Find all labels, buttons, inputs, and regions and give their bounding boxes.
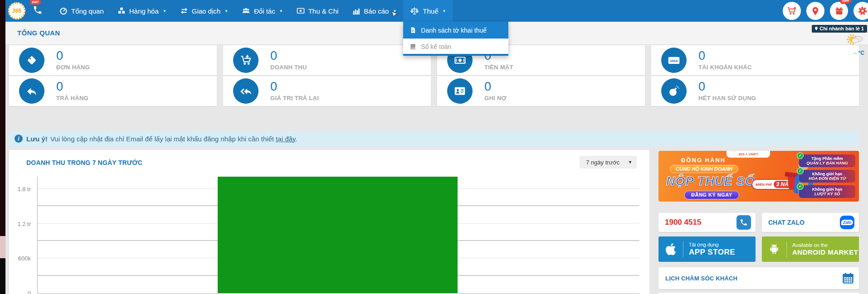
users-icon — [242, 7, 250, 15]
chevron-down-icon: ▼ — [443, 9, 446, 13]
hotline-button[interactable]: 24/7 — [33, 5, 44, 17]
bar-chart-icon — [352, 7, 360, 15]
gauge-icon — [59, 7, 68, 15]
tax-dropdown: Danh sách tờ khai thuế Sổ kế toán — [403, 22, 508, 56]
branch-badge[interactable]: Chi nhánh bán lẻ 1 — [812, 25, 867, 33]
money-screen-icon — [297, 7, 305, 15]
menu-giao-dich[interactable]: Giao dịch▼ — [173, 0, 235, 22]
reply-icon — [26, 85, 38, 97]
chevron-down-icon: ▼ — [628, 160, 632, 164]
scales-icon — [410, 7, 419, 15]
stat-card-ghi-no[interactable]: 0 GHI NỢ — [437, 76, 645, 106]
svg-text:VISA: VISA — [670, 59, 678, 63]
range-select-value: 7 ngày trước — [586, 159, 619, 166]
stat-card-doanh-thu[interactable]: 0 DOANH THU — [223, 45, 431, 75]
banner-headline: NỘP THUẾ SỐ — [666, 174, 755, 188]
stat-card-don-hang[interactable]: 0 ĐƠN HÀNG — [9, 45, 217, 75]
book-icon — [410, 43, 416, 50]
android-bottom-text: ANDROID MARKET — [792, 248, 858, 256]
chart-title: DOANH THU TRONG 7 NGÀY TRƯỚC — [26, 159, 142, 166]
reply-all-icon — [240, 85, 252, 97]
customer-care-title: LỊCH CHĂM SÓC KHÁCH — [665, 275, 737, 282]
chart-range-select[interactable]: 7 ngày trước ▼ — [580, 156, 637, 169]
app-store-button[interactable]: Tải ứng dụng APP STORE — [658, 236, 756, 262]
mouse-cursor — [391, 11, 398, 19]
app-screen: 365 24/7 Tổng quan Hàng hóa▼ — [0, 0, 868, 294]
banner-feature-2: ✓ Không giới hạn HÓA ĐƠN ĐIỆN TỬ — [799, 170, 855, 183]
menu-thue[interactable]: Thuế▼ Danh sách tờ khai thuế — [403, 0, 453, 22]
file-text-icon — [410, 26, 416, 34]
gift-icon — [835, 7, 844, 15]
promotions-button[interactable]: new — [830, 2, 848, 20]
zalo-icon: Zalo — [840, 216, 854, 229]
calendar-icon — [842, 272, 854, 284]
y-tick-label: 1.2 tr — [9, 221, 31, 228]
map-marker-icon — [811, 6, 819, 16]
map-marker-icon — [814, 26, 818, 31]
weather-widget: -- °C — [814, 33, 864, 56]
notice-link[interactable]: tại đây — [276, 135, 295, 143]
settings-button[interactable] — [853, 2, 868, 20]
money-bill-icon — [454, 54, 466, 66]
chevron-down-icon: ▼ — [224, 9, 228, 13]
visa-card-icon: VISA — [667, 54, 681, 66]
chart-plot-area — [37, 177, 639, 294]
phone-icon — [33, 5, 43, 15]
menu-doi-tac[interactable]: Đối tác▼ — [235, 0, 290, 22]
tax-promo-banner[interactable]: 365 + VNPT ĐỒNG HÀNH CÙNG HỘ KINH DOANH … — [658, 151, 859, 202]
branch-location-button[interactable] — [806, 2, 824, 20]
chevron-down-icon: ▼ — [279, 9, 283, 13]
exchange-icon — [180, 7, 188, 15]
phone-icon — [740, 218, 748, 227]
check-icon: ✓ — [797, 168, 804, 174]
banner-feature-1: ✓ Tặng Phần mềm QUẢN LÝ BÁN HÀNG — [799, 154, 855, 167]
cart-plus-icon — [787, 6, 797, 15]
app-store-bottom-text: APP STORE — [689, 248, 735, 257]
email-notice-bar: i Lưu ý! Vui lòng cập nhật địa chỉ Email… — [9, 131, 859, 146]
hotline-card[interactable]: 1900 4515 — [658, 213, 756, 232]
dropdown-item-so-ke-toan[interactable]: Sổ kế toán — [403, 39, 508, 54]
banner-line1: ĐỒNG HÀNH — [681, 157, 726, 164]
gear-icon — [858, 6, 868, 16]
dropdown-item-danh-sach-to-khai-thue[interactable]: Danh sách tờ khai thuế — [403, 22, 508, 39]
android-top-text: Available on the — [792, 242, 858, 248]
menu-hang-hoa[interactable]: Hàng hóa▼ — [111, 0, 173, 22]
y-tick-label: 1.8 tr — [9, 186, 31, 193]
pos-cart-button[interactable] — [783, 2, 801, 20]
menu-tong-quan[interactable]: Tổng quan — [53, 0, 111, 22]
check-icon: ✓ — [797, 183, 804, 190]
chevron-down-icon: ▼ — [163, 9, 166, 13]
cart-arrow-down-icon — [240, 54, 252, 66]
temperature-readout: -- °C — [814, 50, 864, 56]
logo-365[interactable]: 365 — [8, 2, 25, 19]
id-card-icon — [454, 85, 466, 97]
hotline-badge: 24/7 — [30, 0, 41, 5]
banner-line2: CÙNG HỘ KINH DOANH — [670, 165, 738, 173]
android-icon — [768, 242, 780, 256]
revenue-chart-panel: DOANH THU TRONG 7 NGÀY TRƯỚC 7 ngày trướ… — [9, 150, 649, 294]
notice-bold: Lưu ý! — [26, 135, 48, 143]
app-store-top-text: Tải ứng dụng — [689, 242, 735, 247]
desktop-edge — [0, 0, 5, 294]
sun-cloud-icon — [845, 33, 864, 47]
y-tick-label: 600k — [9, 255, 31, 262]
tag-icon — [26, 54, 38, 66]
chat-zalo-card[interactable]: CHAT ZALO Zalo — [762, 213, 859, 232]
check-icon: ✓ — [797, 152, 804, 159]
top-navbar: 365 24/7 Tổng quan Hàng hóa▼ — [5, 0, 868, 22]
apple-icon — [665, 242, 677, 256]
banner-cta-button[interactable]: ĐĂNG KÝ NGAY — [684, 191, 739, 199]
new-badge: new — [840, 0, 852, 5]
customer-care-card[interactable]: LỊCH CHĂM SÓC KHÁCH — [658, 267, 859, 289]
stat-card-gia-tri-tra-lai[interactable]: 0 GIÁ TRỊ TRẢ LẠI — [223, 76, 431, 106]
stat-card-het-han-su-dung[interactable]: 0 HẾT HẠN SỬ DỤNG — [651, 76, 859, 106]
android-market-button[interactable]: Available on the ANDROID MARKET — [762, 236, 859, 262]
info-icon: i — [15, 135, 23, 143]
notice-text: Vui lòng cập nhật địa chỉ Email để lấy l… — [50, 135, 274, 143]
chart-y-axis: 0600k1.2 tr1.8 tr — [9, 177, 34, 294]
banner-feature-3: ✓ Không giới hạn LƯỢT KÝ SỐ — [799, 185, 855, 198]
stat-card-tra-hang[interactable]: 0 TRẢ HÀNG — [9, 76, 217, 106]
bomb-icon — [668, 85, 680, 97]
menu-thu-chi[interactable]: Thu & Chi — [290, 0, 346, 22]
cubes-icon — [117, 7, 126, 15]
